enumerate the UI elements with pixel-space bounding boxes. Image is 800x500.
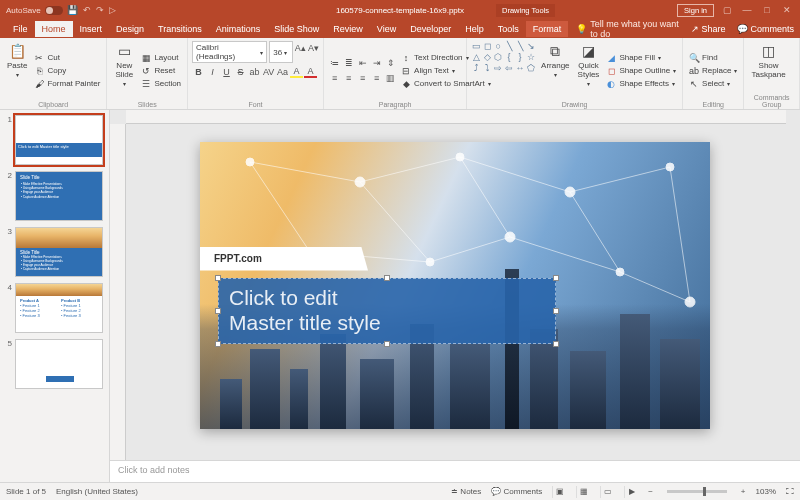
save-icon[interactable]: 💾 (67, 5, 78, 15)
underline-button[interactable]: U (220, 65, 233, 78)
find-icon: 🔍 (689, 53, 699, 63)
tab-review[interactable]: Review (326, 21, 370, 37)
tab-file[interactable]: File (6, 21, 35, 37)
tab-view[interactable]: View (370, 21, 403, 37)
current-slide[interactable]: FPPT.com Click to edit Master title styl… (200, 142, 710, 429)
font-family-select[interactable]: Calibri (Headings)▾ (192, 41, 267, 63)
shadow-button[interactable]: ab (248, 65, 261, 78)
tab-animations[interactable]: Animations (209, 21, 268, 37)
select-button[interactable]: ↖Select▾ (687, 78, 739, 90)
shape-fill-button[interactable]: ◢Shape Fill▾ (604, 52, 678, 64)
tell-me-search[interactable]: 💡Tell me what you want to do (568, 19, 685, 39)
layout-button[interactable]: ▦Layout (139, 52, 183, 64)
copy-button[interactable]: ⎘Copy (32, 65, 102, 77)
start-slideshow-icon[interactable]: ▷ (109, 5, 116, 15)
tab-slideshow[interactable]: Slide Show (267, 21, 326, 37)
numbering-button[interactable]: ≣ (342, 57, 355, 70)
new-slide-button[interactable]: ▭New Slide▾ (111, 41, 137, 100)
slide-thumb-5[interactable]: 5 (4, 339, 105, 389)
tab-format[interactable]: Format (526, 21, 569, 37)
align-left-button[interactable]: ≡ (328, 72, 341, 85)
tab-design[interactable]: Design (109, 21, 151, 37)
paste-button[interactable]: 📋Paste▾ (4, 41, 30, 100)
tab-home[interactable]: Home (35, 21, 73, 37)
comments-toggle[interactable]: 💬 Comments (491, 487, 542, 496)
svg-line-7 (570, 192, 620, 272)
minimize-icon[interactable]: — (740, 5, 754, 15)
shrink-font-icon[interactable]: A▾ (308, 41, 319, 54)
zoom-in-button[interactable]: + (741, 487, 746, 496)
redo-icon[interactable]: ↷ (96, 5, 104, 15)
shape-outline-button[interactable]: ◻Shape Outline▾ (604, 65, 678, 77)
group-editing: 🔍Find abReplace▾ ↖Select▾ Editing (683, 38, 744, 109)
font-color-button[interactable]: A (304, 65, 317, 78)
comments-button[interactable]: 💬Comments (731, 21, 800, 37)
align-right-button[interactable]: ≡ (356, 72, 369, 85)
tab-insert[interactable]: Insert (73, 21, 110, 37)
indent-dec-button[interactable]: ⇤ (356, 57, 369, 70)
banner-text[interactable]: FPPT.com (200, 247, 368, 271)
close-icon[interactable]: ✕ (780, 5, 794, 15)
slide-thumb-1[interactable]: 1 Click to edit Master title style (4, 115, 105, 165)
slide-canvas[interactable]: FPPT.com Click to edit Master title styl… (110, 110, 800, 460)
find-button[interactable]: 🔍Find (687, 52, 739, 64)
fit-window-icon[interactable]: ⛶ (786, 487, 794, 496)
zoom-out-button[interactable]: − (648, 487, 653, 496)
indent-inc-button[interactable]: ⇥ (370, 57, 383, 70)
cut-button[interactable]: ✂Cut (32, 52, 102, 64)
shapes-gallery[interactable]: ▭◻○╲╲↘ △◇⬡{}☆ ⤴⤵⇨⇦↔⬠ (471, 41, 536, 100)
shape-effects-button[interactable]: ◐Shape Effects▾ (604, 78, 678, 90)
line-spacing-button[interactable]: ⇕ (384, 57, 397, 70)
group-commands: ◫Show Taskpane Commands Group (744, 38, 800, 109)
tab-help[interactable]: Help (458, 21, 491, 37)
bold-button[interactable]: B (192, 65, 205, 78)
slide-thumb-4[interactable]: 4 Product A• Feature 1• Feature 2• Featu… (4, 283, 105, 333)
svg-point-16 (565, 187, 575, 197)
strike-button[interactable]: S (234, 65, 247, 78)
reset-button[interactable]: ↺Reset (139, 65, 183, 77)
columns-button[interactable]: ▥ (384, 72, 397, 85)
justify-button[interactable]: ≡ (370, 72, 383, 85)
group-slides: ▭New Slide▾ ▦Layout ↺Reset ☰Section Slid… (107, 38, 188, 109)
ribbon-options-icon[interactable]: ▢ (720, 5, 734, 15)
normal-view-icon[interactable]: ▣ (552, 486, 566, 498)
italic-button[interactable]: I (206, 65, 219, 78)
bullets-button[interactable]: ≔ (328, 57, 341, 70)
zoom-level[interactable]: 103% (756, 487, 776, 496)
align-center-button[interactable]: ≡ (342, 72, 355, 85)
replace-button[interactable]: abReplace▾ (687, 65, 739, 77)
arrange-button[interactable]: ⧉Arrange▾ (538, 41, 572, 100)
zoom-slider[interactable] (667, 490, 727, 493)
maximize-icon[interactable]: □ (760, 5, 774, 15)
svg-point-15 (456, 153, 464, 161)
reading-view-icon[interactable]: ▭ (600, 486, 614, 498)
notes-toggle[interactable]: ≐ Notes (451, 487, 481, 496)
notes-pane[interactable]: Click to add notes (110, 460, 800, 482)
slide-thumb-3[interactable]: 3 Slide Title• Make Effective Presentati… (4, 227, 105, 277)
highlight-button[interactable]: A (290, 65, 303, 78)
tab-transitions[interactable]: Transitions (151, 21, 209, 37)
title-placeholder[interactable]: Click to edit Master title style (218, 278, 556, 344)
section-button[interactable]: ☰Section (139, 78, 183, 90)
share-button[interactable]: ↗Share (685, 21, 731, 37)
tab-developer[interactable]: Developer (403, 21, 458, 37)
show-taskpane-button[interactable]: ◫Show Taskpane (748, 41, 788, 93)
sorter-view-icon[interactable]: ▦ (576, 486, 590, 498)
autosave-toggle[interactable]: AutoSave (6, 6, 41, 15)
sign-in-button[interactable]: Sign in (677, 4, 714, 17)
language-status[interactable]: English (United States) (56, 487, 138, 496)
slideshow-view-icon[interactable]: ▶ (624, 486, 638, 498)
font-size-select[interactable]: 36▾ (269, 41, 292, 63)
ribbon-tabs: File Home Insert Design Transitions Anim… (0, 20, 800, 38)
text-direction-icon: ↕ (401, 53, 411, 63)
spacing-button[interactable]: AV (262, 65, 275, 78)
grow-font-icon[interactable]: A▴ (295, 41, 306, 54)
slide-thumb-2[interactable]: 2 Slide Title• Make Effective Presentati… (4, 171, 105, 221)
tab-tools[interactable]: Tools (491, 21, 526, 37)
format-painter-button[interactable]: 🖌Format Painter (32, 78, 102, 90)
case-button[interactable]: Aa (276, 65, 289, 78)
quick-styles-button[interactable]: ◪Quick Styles▾ (575, 41, 603, 100)
title-bar: AutoSave 💾 ↶ ↷ ▷ 160579-connect-template… (0, 0, 800, 20)
slide-thumbnails-panel[interactable]: 1 Click to edit Master title style 2 Sli… (0, 110, 110, 482)
undo-icon[interactable]: ↶ (83, 5, 91, 15)
